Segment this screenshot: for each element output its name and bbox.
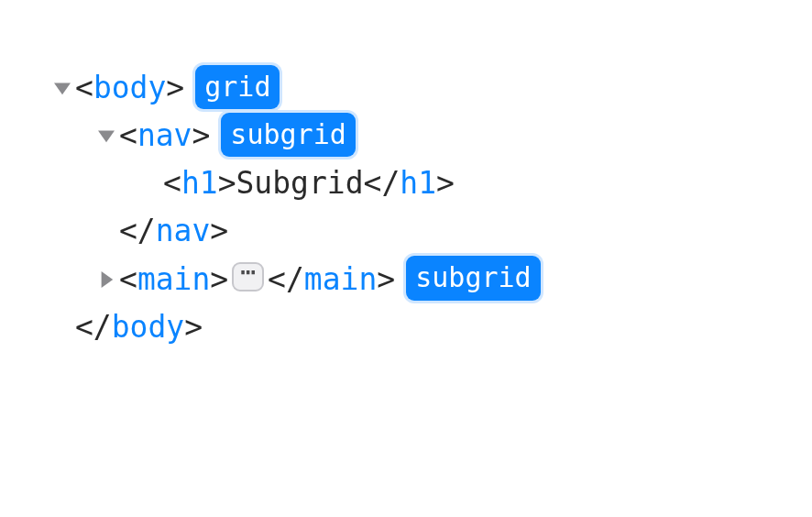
- tag-name: h1: [181, 160, 218, 207]
- angle-open: <: [75, 64, 93, 112]
- tree-row-body-open[interactable]: <body> grid: [49, 64, 812, 112]
- angle-close: >: [166, 64, 184, 112]
- angle-close: >: [377, 256, 395, 303]
- angle-close: >: [184, 303, 203, 351]
- disclosure-triangle-down-icon[interactable]: [49, 80, 75, 96]
- tag-name: main: [137, 256, 210, 303]
- angle-close: >: [436, 160, 455, 207]
- layout-badge-grid[interactable]: grid: [195, 65, 280, 109]
- angle-close: >: [210, 256, 228, 303]
- tag-name: body: [93, 64, 166, 112]
- disclosure-triangle-right-icon[interactable]: [93, 271, 119, 288]
- angle-close: >: [218, 160, 236, 207]
- svg-marker-0: [54, 83, 71, 95]
- angle-open-slash: </: [119, 207, 156, 255]
- angle-close: >: [210, 207, 228, 255]
- tree-row-nav-close[interactable]: </nav>: [49, 207, 812, 255]
- tree-row-nav-open[interactable]: <nav> subgrid: [49, 112, 812, 160]
- tag-name-close: body: [112, 303, 184, 351]
- angle-close: >: [192, 112, 210, 160]
- dom-tree: <body> grid <nav> subgrid <h1>Subgrid</h…: [0, 0, 812, 351]
- layout-badge-subgrid[interactable]: subgrid: [406, 256, 540, 300]
- tag-name-close: main: [304, 256, 377, 303]
- disclosure-triangle-down-icon[interactable]: [93, 127, 119, 144]
- angle-open: <: [163, 160, 181, 207]
- collapsed-ellipsis-icon[interactable]: ⋯: [232, 262, 264, 292]
- angle-open-slash: </: [268, 256, 304, 303]
- angle-open: <: [119, 112, 137, 160]
- svg-marker-1: [98, 131, 115, 143]
- layout-badge-subgrid[interactable]: subgrid: [221, 113, 355, 157]
- svg-marker-2: [102, 271, 114, 288]
- angle-open: <: [119, 256, 137, 303]
- angle-open-slash: </: [75, 303, 112, 351]
- tag-name-close: nav: [156, 207, 211, 255]
- angle-open-slash: </: [364, 160, 401, 207]
- tree-row-body-close[interactable]: </body>: [49, 303, 812, 351]
- tree-row-h1[interactable]: <h1>Subgrid</h1>: [49, 160, 812, 207]
- tag-name: nav: [137, 112, 192, 160]
- tag-name-close: h1: [400, 160, 436, 207]
- text-node: Subgrid: [236, 160, 364, 207]
- tree-row-main[interactable]: <main> ⋯ </main> subgrid: [49, 256, 812, 303]
